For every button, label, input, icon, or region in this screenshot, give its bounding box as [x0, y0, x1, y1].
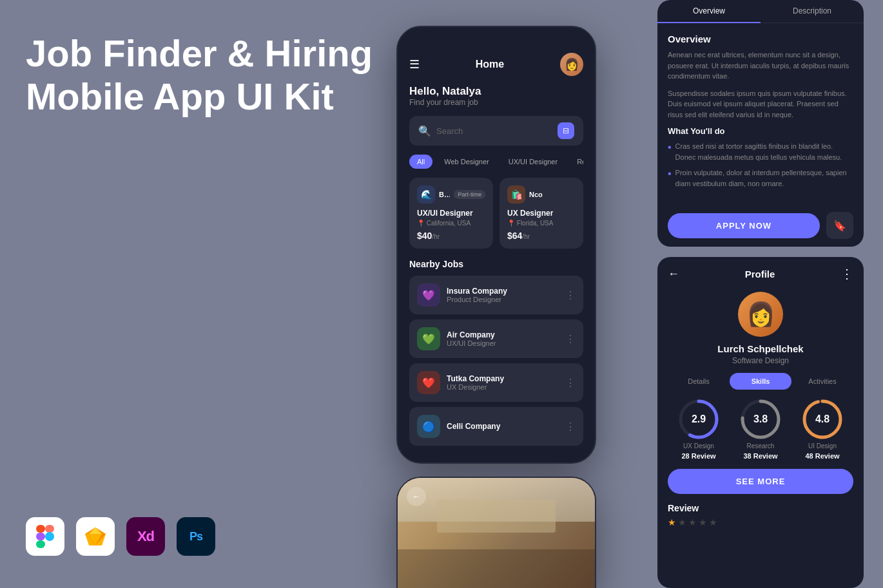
- company-name-2: Nco: [529, 191, 576, 198]
- filter-tab-recommended[interactable]: Recomm.: [569, 155, 583, 169]
- filter-tab-web[interactable]: Web Designer: [436, 155, 497, 169]
- apply-now-button[interactable]: APPLY NOW: [668, 213, 820, 238]
- star-2: ★: [678, 517, 686, 527]
- figma-icon: [26, 517, 64, 556]
- phone-header: ☰ Home 👩: [409, 53, 583, 76]
- job-badge-1: Part-time: [454, 190, 485, 199]
- insura-logo: 💜: [417, 283, 440, 307]
- ux-review: 28 Review: [681, 452, 715, 460]
- search-bar[interactable]: 🔍 Search ⊟: [409, 116, 583, 146]
- celli-menu[interactable]: ⋮: [565, 421, 576, 433]
- nearby-item-1[interactable]: 💜 Insura Company Product Designer ⋮: [409, 276, 583, 314]
- hamburger-icon[interactable]: ☰: [409, 57, 420, 71]
- star-1: ★: [668, 517, 676, 527]
- filter-tab-uxui[interactable]: UX/UI Designer: [501, 155, 565, 169]
- tab-activities[interactable]: Activities: [791, 373, 853, 390]
- job-location-1: 📍 California, USA: [417, 220, 485, 227]
- research-label: Research: [747, 442, 775, 450]
- tutka-role: UX Designer: [447, 383, 559, 391]
- profile-back-button[interactable]: ←: [668, 267, 679, 281]
- bullet-dot-1: •: [668, 141, 672, 162]
- air-logo: 💚: [417, 327, 440, 350]
- office-image: [398, 478, 595, 588]
- profile-title: Profile: [745, 269, 775, 280]
- job-salary-2: $64/hr: [507, 231, 576, 241]
- see-more-button[interactable]: SEE MORE: [668, 469, 853, 494]
- tab-skills[interactable]: Skills: [730, 373, 791, 390]
- company-logo-1: 🌊: [417, 185, 435, 204]
- detail-actions: APPLY NOW 🔖: [657, 204, 864, 247]
- profile-tabs: Details Skills Activities: [657, 373, 864, 390]
- star-5: ★: [709, 517, 717, 527]
- search-icon: 🔍: [418, 125, 431, 137]
- greeting: Hello, Natalya Find your dream job: [409, 85, 583, 107]
- bullet-text-2: Proin vulputate, dolor at interdum pelle…: [675, 167, 853, 189]
- nearby-item-4[interactable]: 🔵 Celli Company ⋮: [409, 407, 583, 446]
- main-title: Job Finder & Hiring Mobile App UI Kit: [26, 32, 380, 118]
- bookmark-button[interactable]: 🔖: [826, 212, 853, 239]
- bullet-dot-2: •: [668, 167, 672, 189]
- sketch-icon: [76, 517, 115, 556]
- job-role-1: UX/UI Designer: [417, 209, 485, 218]
- insura-company: Insura Company: [447, 287, 559, 296]
- job-card-2[interactable]: 🛍️ Nco UX Designer 📍 Florida, USA $64/hr: [500, 178, 583, 249]
- profile-more-button[interactable]: ⋮: [840, 266, 853, 281]
- air-menu[interactable]: ⋮: [565, 333, 576, 345]
- user-avatar[interactable]: 👩: [560, 53, 583, 76]
- detail-body: Overview Aenean nec erat ultrices, eleme…: [657, 23, 864, 204]
- ux-label: UX Design: [683, 442, 714, 450]
- job-salary-1: $40/hr: [417, 231, 485, 241]
- tutka-menu[interactable]: ⋮: [565, 377, 576, 389]
- nearby-item-2[interactable]: 💚 Air Company UX/UI Designer ⋮: [409, 319, 583, 358]
- star-4: ★: [699, 517, 707, 527]
- job-location-2: 📍 Florida, USA: [507, 220, 576, 227]
- company-logo-2: 🛍️: [507, 185, 525, 204]
- air-company: Air Company: [447, 330, 559, 339]
- filter-button[interactable]: ⊟: [558, 122, 574, 139]
- tutka-company: Tutka Company: [447, 374, 559, 383]
- star-3: ★: [688, 517, 697, 527]
- filter-tab-all[interactable]: All: [409, 155, 432, 169]
- job-cards-row: 🌊 Bay Comp. Part-time UX/UI Designer 📍 C…: [409, 178, 583, 249]
- insura-role: Product Designer: [447, 296, 559, 303]
- tab-description[interactable]: Description: [761, 0, 864, 23]
- ui-review: 48 Review: [805, 452, 839, 460]
- detail-tabs: Overview Description: [657, 0, 864, 23]
- tab-overview[interactable]: Overview: [657, 0, 761, 23]
- profile-role: Software Design: [732, 356, 789, 365]
- phone-content: ☰ Home 👩 Hello, Natalya Find your dream …: [398, 48, 595, 446]
- detail-card: Overview Description Overview Aenean nec…: [657, 0, 864, 247]
- job-role-2: UX Designer: [507, 209, 576, 218]
- tool-icons: Xd Ps: [26, 517, 215, 556]
- stars-row: ★ ★ ★ ★ ★: [668, 517, 853, 527]
- ui-value: 4.8: [815, 413, 830, 425]
- svg-rect-0: [36, 525, 45, 533]
- bullet-2: • Proin vulputate, dolor at interdum pel…: [668, 167, 853, 189]
- right-panel: Overview Description Overview Aenean nec…: [657, 0, 864, 588]
- search-placeholder: Search: [436, 126, 463, 136]
- ux-design-ring: 2.9: [678, 399, 719, 440]
- profile-avatar: 👩: [738, 292, 783, 337]
- celli-logo: 🔵: [417, 415, 440, 438]
- filter-tabs: All Web Designer UX/UI Designer Recomm.: [409, 155, 583, 169]
- research-ring: 3.8: [740, 399, 781, 440]
- overview-para2: Suspendisse sodales ipsum quis ipsum vul…: [668, 88, 853, 120]
- insura-menu[interactable]: ⋮: [565, 289, 576, 301]
- home-screen-title: Home: [476, 59, 504, 70]
- ps-icon: Ps: [177, 517, 215, 556]
- job-card-1[interactable]: 🌊 Bay Comp. Part-time UX/UI Designer 📍 C…: [409, 178, 493, 249]
- nearby-item-3[interactable]: ❤️ Tutka Company UX Designer ⋮: [409, 363, 583, 402]
- svg-rect-3: [36, 540, 45, 548]
- phone-notch: [461, 33, 532, 48]
- xd-icon: Xd: [126, 517, 165, 556]
- tab-details[interactable]: Details: [668, 373, 730, 390]
- overview-title: Overview: [668, 33, 853, 44]
- bullet-text-1: Cras sed nisi at tortor sagittis finibus…: [675, 141, 853, 162]
- skills-section: 2.9 UX Design 28 Review 3.8 Research: [657, 399, 864, 460]
- skill-research: 3.8 Research 38 Review: [740, 399, 781, 460]
- company-name-1: Bay Comp.: [439, 191, 450, 198]
- office-back-button[interactable]: ←: [407, 487, 426, 506]
- review-title: Review: [668, 503, 853, 513]
- research-value: 3.8: [753, 413, 768, 425]
- what-title: What You'll do: [668, 126, 853, 136]
